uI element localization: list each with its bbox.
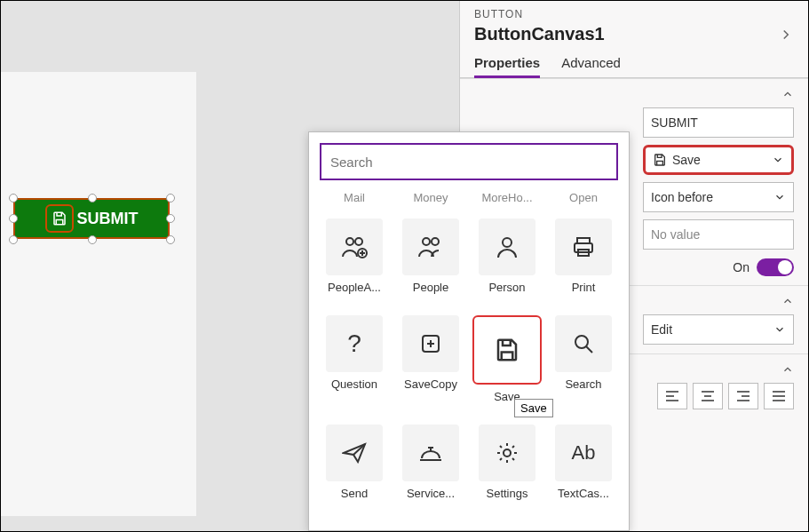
icon-option-servicebell[interactable]: Service... — [393, 425, 469, 500]
svg-point-12 — [346, 238, 353, 245]
submit-button-on-canvas[interactable]: SUBMIT — [13, 198, 170, 239]
save-icon — [45, 204, 74, 233]
gear-icon — [496, 441, 519, 465]
resize-handle[interactable] — [166, 194, 175, 202]
text-value: SUBMIT — [651, 115, 698, 130]
icon-option-peopleadd[interactable]: PeopleA... — [316, 218, 393, 294]
resize-handle[interactable] — [166, 235, 175, 244]
tooltip: Save — [514, 399, 553, 417]
send-icon — [342, 442, 367, 464]
resize-handle[interactable] — [88, 235, 97, 244]
icon-option-print[interactable]: Print — [545, 218, 622, 294]
novalue-input[interactable]: No value — [643, 219, 794, 250]
resize-handle[interactable] — [9, 214, 18, 223]
resize-handle[interactable] — [88, 194, 97, 202]
chevron-down-icon — [773, 323, 786, 336]
icon-option-more[interactable]: MoreHo... — [469, 191, 545, 204]
align-justify-button[interactable] — [764, 383, 794, 409]
layout-value: Icon before — [651, 190, 713, 204]
icon-option-mail[interactable]: Mail — [316, 191, 393, 204]
svg-line-27 — [586, 346, 592, 353]
print-icon — [572, 235, 595, 258]
chevron-down-icon — [773, 191, 786, 203]
svg-point-13 — [355, 238, 362, 245]
control-name: ButtonCanvas1 — [474, 24, 605, 44]
control-type-label: BUTTON — [474, 8, 794, 20]
svg-point-17 — [423, 238, 430, 245]
novalue-text: No value — [651, 227, 700, 242]
savecopy-icon — [419, 332, 442, 355]
icon-picker-popup: Mail Money MoreHo... Open PeopleA... Peo… — [308, 131, 630, 531]
section-collapse-icon[interactable] — [781, 88, 794, 100]
chevron-down-icon — [772, 154, 784, 166]
icon-option-save[interactable]: Save — [469, 315, 545, 403]
resize-handle[interactable] — [166, 214, 175, 223]
icon-dropdown[interactable]: Save — [643, 145, 794, 175]
visible-toggle[interactable] — [757, 258, 794, 276]
svg-point-26 — [575, 336, 588, 348]
canvas-area: SUBMIT — [1, 72, 196, 516]
icon-option-savecopy[interactable]: SaveCopy — [393, 315, 469, 403]
icon-option-send[interactable]: Send — [316, 425, 393, 500]
icon-option-settings[interactable]: Settings — [469, 425, 545, 500]
svg-point-32 — [504, 449, 511, 457]
canvas-button-label: SUBMIT — [77, 210, 139, 228]
icon-option-open[interactable]: Open — [545, 191, 622, 204]
tab-advanced[interactable]: Advanced — [561, 55, 621, 78]
icon-option-person[interactable]: Person — [469, 218, 545, 294]
textcase-icon: Ab — [572, 441, 596, 465]
person-icon — [496, 235, 519, 258]
people-icon — [417, 235, 444, 258]
text-input[interactable]: SUBMIT — [643, 107, 794, 138]
align-left-button[interactable] — [657, 383, 687, 409]
section-collapse-icon[interactable] — [781, 363, 794, 376]
search-input[interactable] — [330, 155, 607, 170]
save-icon — [494, 337, 520, 363]
icon-option-people[interactable]: People — [393, 218, 469, 294]
save-icon — [653, 153, 667, 167]
svg-point-18 — [432, 238, 439, 245]
align-center-button[interactable] — [693, 383, 723, 409]
layout-dropdown[interactable]: Icon before — [643, 182, 794, 212]
bell-icon — [418, 442, 443, 464]
toggle-label: On — [733, 260, 750, 274]
tab-properties[interactable]: Properties — [474, 55, 540, 78]
resize-handle[interactable] — [9, 194, 18, 202]
align-right-button[interactable] — [728, 383, 758, 409]
people-add-icon — [341, 235, 368, 258]
section-collapse-icon[interactable] — [781, 295, 794, 307]
icon-option-textcase[interactable]: Ab TextCas... — [545, 425, 622, 500]
search-input-wrap[interactable] — [320, 143, 618, 180]
question-icon: ? — [347, 330, 361, 358]
search-icon — [572, 332, 595, 355]
icon-value: Save — [672, 153, 701, 167]
displaymode-value: Edit — [651, 322, 672, 337]
displaymode-dropdown[interactable]: Edit — [643, 314, 794, 345]
icon-option-question[interactable]: ? Question — [316, 315, 393, 403]
expand-arrow-icon[interactable] — [778, 27, 794, 43]
icon-option-search[interactable]: Search — [545, 315, 622, 403]
svg-point-19 — [503, 238, 512, 247]
resize-handle[interactable] — [9, 235, 18, 244]
icon-option-money[interactable]: Money — [393, 191, 469, 204]
